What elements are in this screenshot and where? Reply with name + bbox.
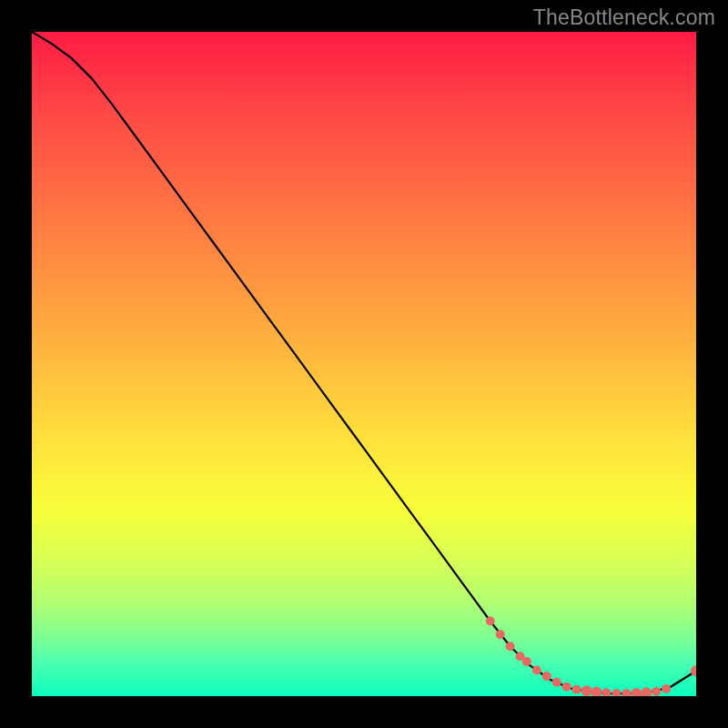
data-marker [562,682,571,692]
chart-plot-area [32,32,696,696]
data-marker [581,685,592,696]
data-marker [572,685,581,694]
data-marker [662,684,671,693]
data-marker [602,688,611,696]
marker-group [486,617,696,696]
data-marker [542,672,551,681]
data-marker [532,666,541,675]
data-marker [552,678,561,687]
watermark-text: TheBottleneck.com [533,5,715,30]
data-marker [652,687,661,696]
data-marker [612,689,621,696]
data-marker [592,687,602,696]
data-marker [496,630,505,639]
data-marker [522,657,531,666]
data-marker [631,688,642,696]
chart-overlay-svg [32,32,696,696]
data-marker [506,642,515,651]
data-marker [641,687,652,696]
data-marker [622,689,631,696]
data-marker [486,617,495,626]
bottleneck-curve [32,32,696,693]
